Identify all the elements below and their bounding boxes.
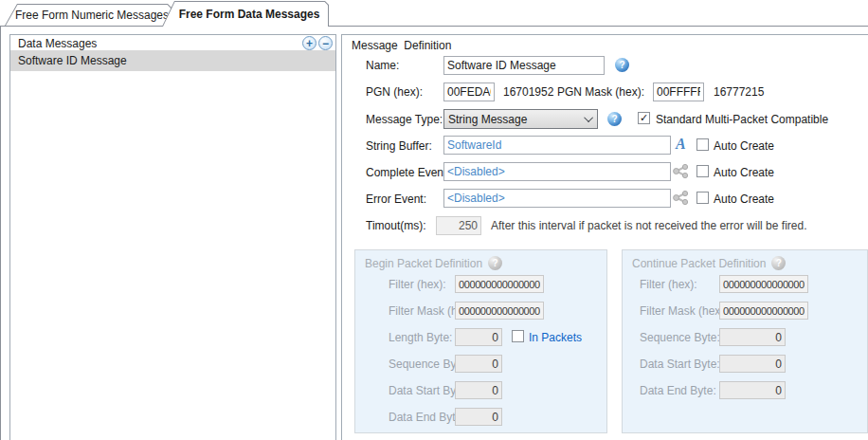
- continue-filter-input[interactable]: [719, 275, 808, 293]
- begin-data-end-byte-input[interactable]: [455, 408, 502, 426]
- list-item[interactable]: Software ID Message: [10, 50, 335, 71]
- complete-event-auto-create-label: Auto Create: [714, 166, 774, 179]
- message-type-select[interactable]: String Message: [443, 109, 598, 129]
- help-icon[interactable]: ?: [607, 112, 622, 126]
- name-label: Name:: [366, 59, 399, 72]
- continue-packet-group: Continue Packet Definition ? Filter (hex…: [622, 249, 868, 433]
- event-connect-icon[interactable]: [673, 191, 689, 205]
- complete-event-input[interactable]: [443, 162, 671, 181]
- string-buffer-input[interactable]: [443, 136, 671, 155]
- complete-event-label: Complete Event:: [366, 166, 450, 179]
- begin-filter-label: Filter (hex):: [389, 278, 446, 291]
- message-definition-panel: Message Definition Name: ? PGN (hex): 16…: [341, 34, 868, 440]
- name-input[interactable]: [443, 56, 605, 75]
- timeout-label: Timout(ms):: [366, 219, 426, 232]
- event-connect-icon[interactable]: [673, 164, 689, 178]
- tab-label: Free Form Data Messages: [162, 1, 329, 27]
- begin-filter-input[interactable]: [455, 275, 544, 293]
- continue-data-end-byte-input[interactable]: [719, 381, 786, 399]
- list-item-label: Software ID Message: [18, 54, 127, 67]
- data-messages-panel: Data Messages + − Software ID Message: [9, 34, 336, 440]
- help-icon: ?: [771, 256, 786, 270]
- pgn-input[interactable]: [443, 82, 495, 101]
- string-buffer-picker-icon[interactable]: A: [676, 137, 686, 152]
- pgn-label: PGN (hex):: [366, 85, 423, 99]
- multipacket-label: Standard Multi-Packet Compatible: [656, 113, 828, 126]
- add-message-button[interactable]: +: [302, 36, 316, 50]
- pgn-mask-input[interactable]: [653, 82, 704, 101]
- in-packets-label: In Packets: [529, 331, 582, 344]
- app-window: Free Form Numeric Messages Free Form Dat…: [0, 0, 868, 440]
- remove-message-button[interactable]: −: [318, 36, 333, 50]
- continue-filter-mask-input[interactable]: [719, 302, 808, 320]
- continue-data-end-byte-label: Data End Byte:: [640, 384, 716, 397]
- data-messages-title: Data Messages: [18, 37, 97, 50]
- tab-free-form-data-messages[interactable]: Free Form Data Messages: [162, 1, 329, 27]
- continue-data-start-byte-label: Data Start Byte:: [640, 358, 720, 371]
- begin-data-start-byte-input[interactable]: [455, 381, 502, 399]
- continue-data-start-byte-input[interactable]: [719, 355, 786, 373]
- help-icon: ?: [488, 256, 502, 270]
- error-event-auto-create-checkbox[interactable]: [696, 192, 709, 204]
- begin-length-byte-input[interactable]: [455, 328, 502, 346]
- continue-sequence-byte-input[interactable]: [719, 328, 786, 346]
- pgn-decimal: 16701952: [503, 85, 553, 99]
- multipacket-checkbox[interactable]: ✓: [638, 112, 650, 124]
- continue-packet-title: Continue Packet Definition: [632, 257, 766, 270]
- continue-sequence-byte-label: Sequence Byte:: [640, 331, 720, 344]
- string-buffer-auto-create-label: Auto Create: [714, 139, 774, 153]
- message-type-label: Message Type:: [366, 113, 443, 126]
- continue-filter-mask-label: Filter Mask (hex):: [640, 304, 728, 318]
- in-packets-checkbox[interactable]: [512, 330, 524, 342]
- string-buffer-auto-create-checkbox[interactable]: [696, 138, 709, 151]
- tab-label: Free Form Numeric Messages: [5, 4, 172, 26]
- error-event-input[interactable]: [443, 189, 671, 208]
- begin-sequence-byte-input[interactable]: [455, 355, 502, 373]
- begin-filter-mask-input[interactable]: [455, 302, 544, 320]
- data-messages-header: Data Messages + −: [10, 35, 335, 51]
- message-type-value: String Message: [448, 113, 587, 126]
- pgn-mask-label: PGN Mask (hex):: [557, 85, 644, 99]
- begin-length-byte-label: Length Byte:: [389, 331, 452, 344]
- begin-data-end-byte-label: Data End Byte:: [389, 411, 465, 424]
- help-icon[interactable]: ?: [615, 58, 629, 72]
- tab-free-form-numeric-messages[interactable]: Free Form Numeric Messages: [5, 4, 172, 26]
- message-definition-title: Message Definition: [352, 39, 451, 52]
- begin-packet-title: Begin Packet Definition: [365, 257, 482, 270]
- complete-event-auto-create-checkbox[interactable]: [696, 165, 709, 177]
- begin-packet-group: Begin Packet Definition ? Filter (hex): …: [354, 249, 607, 433]
- error-event-label: Error Event:: [366, 192, 426, 206]
- timeout-note: After this interval if packet is not rec…: [491, 219, 806, 232]
- timeout-input[interactable]: [436, 216, 481, 235]
- pgn-mask-decimal: 16777215: [714, 85, 764, 99]
- string-buffer-label: String Buffer:: [366, 139, 432, 153]
- error-event-auto-create-label: Auto Create: [714, 192, 774, 206]
- continue-filter-label: Filter (hex):: [640, 278, 697, 291]
